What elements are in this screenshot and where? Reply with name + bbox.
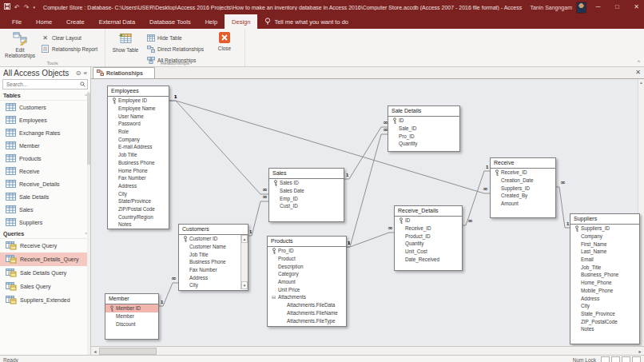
qat-menu-icon[interactable]: ▾: [33, 5, 35, 10]
field-row[interactable]: Category: [268, 270, 346, 278]
field-row[interactable]: Member ID: [105, 304, 158, 312]
field-row[interactable]: Mobile_Phone: [570, 287, 639, 295]
field-row[interactable]: Created_By: [491, 192, 555, 200]
field-row[interactable]: ⊟Attachments: [268, 293, 346, 301]
field-row[interactable]: ZIP/Postal Code: [108, 205, 169, 213]
field-row[interactable]: Address: [570, 294, 639, 302]
field-row[interactable]: Pro_ID: [268, 247, 346, 255]
relationship-line-receive-receive-details[interactable]: [461, 171, 490, 225]
field-row[interactable]: Business Phone: [108, 159, 169, 167]
sidebar-query-sales-query[interactable]: Sales Query: [0, 280, 90, 293]
scroll-left-icon[interactable]: ◂: [91, 348, 99, 354]
scroll-down-icon[interactable]: ▾: [241, 281, 248, 289]
field-row[interactable]: City: [570, 302, 639, 310]
field-row[interactable]: Pro_ID: [388, 132, 459, 140]
field-row[interactable]: Unit Price: [268, 285, 346, 293]
direct-relationships-button[interactable]: Direct Relationships: [144, 44, 206, 54]
field-row[interactable]: Emp_ID: [269, 194, 344, 202]
sidebar-query-receive-details-query[interactable]: Receive_Details_Query: [0, 253, 90, 266]
field-row[interactable]: Customer Name: [179, 243, 248, 251]
field-row[interactable]: Attachments.FileData: [268, 301, 346, 309]
edit-relationships-button[interactable]: Edit Relationships: [5, 30, 35, 59]
sidebar-table-receive[interactable]: Receive: [0, 165, 90, 177]
collapse-ribbon-icon[interactable]: ^: [638, 59, 640, 65]
sidebar-table-products[interactable]: Products: [0, 152, 90, 165]
field-row[interactable]: Country/Region: [108, 213, 169, 221]
field-row[interactable]: Suppliers_ID: [491, 184, 555, 192]
relationships-canvas[interactable]: 1∞1∞1∞1∞1∞1∞1∞1∞1∞ ▴ EmployeesEmployee I…: [91, 79, 644, 346]
field-row[interactable]: ID: [388, 117, 459, 125]
tab-create[interactable]: Create: [59, 14, 92, 29]
tab-design[interactable]: Design: [225, 14, 257, 29]
field-row[interactable]: Email: [570, 256, 639, 264]
scrollbar-thumb[interactable]: [99, 348, 157, 355]
account-name[interactable]: Tanin Sangngam: [530, 5, 572, 10]
sidebar-query-receive-query[interactable]: Receive Query: [0, 239, 90, 253]
field-row[interactable]: Suppliers_ID: [570, 225, 639, 233]
field-row[interactable]: Company: [570, 233, 639, 241]
queries-group-header[interactable]: Queries ^: [0, 229, 90, 239]
field-row[interactable]: Job Title: [179, 250, 248, 258]
field-row[interactable]: Last_Name: [570, 248, 639, 256]
sidebar-query-sale-details-query[interactable]: Sale Details Query: [0, 266, 90, 280]
sidebar-table-sale-details[interactable]: Sale Details: [0, 190, 90, 203]
entity-sales[interactable]: SalesSales IDSales DateEmp_IDCust_ID: [268, 168, 344, 222]
field-row[interactable]: Password: [108, 120, 169, 128]
field-row[interactable]: Product: [268, 255, 346, 263]
field-row[interactable]: Job Title: [108, 151, 169, 159]
view-button[interactable]: [611, 356, 620, 362]
close-relationships-button[interactable]: Close: [209, 30, 240, 65]
entity-products[interactable]: ProductsPro_IDProductDescriptionCategory…: [267, 236, 347, 327]
sidebar-table-receive-details[interactable]: Receive_Details: [0, 177, 90, 190]
field-row[interactable]: Cust_ID: [269, 202, 344, 210]
field-row[interactable]: Receive_ID: [395, 225, 462, 233]
filter-icon[interactable]: ⊙: [76, 70, 81, 77]
field-row[interactable]: City: [108, 189, 169, 197]
field-row[interactable]: Creation_Date: [491, 177, 555, 185]
redo-icon[interactable]: ↷: [24, 4, 30, 11]
field-row[interactable]: State/Province: [108, 197, 169, 205]
field-row[interactable]: Product_ID: [395, 232, 462, 240]
entity-customers[interactable]: CustomersCustomer IDCustomer NameJob Tit…: [178, 224, 248, 291]
view-button[interactable]: [622, 356, 630, 362]
field-row[interactable]: Business_Phone: [570, 271, 639, 279]
sidebar-table-sales[interactable]: Sales: [0, 203, 90, 216]
entity-receive[interactable]: ReceiveReceive_IDCreation_DateSuppliers_…: [490, 157, 556, 218]
clear-layout-button[interactable]: ✕ Clear Layout: [38, 33, 100, 42]
sidebar-table-employees[interactable]: Employees: [0, 113, 90, 126]
field-row[interactable]: E-mail Address: [108, 143, 169, 151]
sidebar-query-suppliers-extended[interactable]: Suppliers_Extended: [0, 293, 90, 307]
tab-help[interactable]: Help: [198, 14, 225, 29]
relationship-line-employees-sales[interactable]: [168, 101, 268, 194]
close-button[interactable]: ✕: [629, 0, 644, 14]
field-row[interactable]: Sales Date: [269, 187, 344, 195]
magnifier-icon[interactable]: [80, 82, 85, 88]
field-row[interactable]: Fax Number: [179, 266, 248, 274]
field-row[interactable]: ID: [395, 217, 462, 225]
relationship-report-button[interactable]: Relationship Report: [38, 44, 100, 54]
field-row[interactable]: Address: [108, 182, 169, 190]
field-row[interactable]: Date_Received: [395, 255, 462, 263]
canvas-horizontal-scrollbar[interactable]: ◂ ▸: [91, 346, 644, 355]
field-row[interactable]: State_Province: [570, 310, 639, 318]
field-row[interactable]: Fax Number: [108, 174, 169, 182]
field-row[interactable]: Customer ID: [179, 235, 248, 243]
view-button[interactable]: [601, 356, 610, 362]
tab-external-data[interactable]: External Data: [92, 14, 142, 29]
entity-scrollbar[interactable]: ▴▾: [241, 235, 248, 289]
show-table-button[interactable]: Show Table: [110, 30, 141, 65]
tab-file[interactable]: File: [5, 14, 29, 29]
field-row[interactable]: Employee ID: [108, 97, 169, 105]
entity-receive-details[interactable]: Receive_DetailsIDReceive_IDProduct_IDQua…: [394, 205, 463, 271]
field-row[interactable]: Notes: [108, 221, 169, 229]
sidebar-table-member[interactable]: Member: [0, 139, 90, 152]
sidebar-table-exchange-rates[interactable]: Exchange Rates: [0, 126, 90, 139]
field-row[interactable]: Attachments.FileName: [268, 309, 346, 317]
minimize-button[interactable]: ─: [590, 0, 606, 14]
field-row[interactable]: Receive_ID: [491, 169, 555, 177]
field-row[interactable]: Amount: [491, 200, 555, 208]
field-row[interactable]: Business Phone: [179, 258, 248, 266]
tab-relationships[interactable]: Relationships: [93, 67, 155, 78]
hide-table-button[interactable]: Hide Table: [144, 33, 206, 42]
field-row[interactable]: Company: [108, 135, 169, 143]
